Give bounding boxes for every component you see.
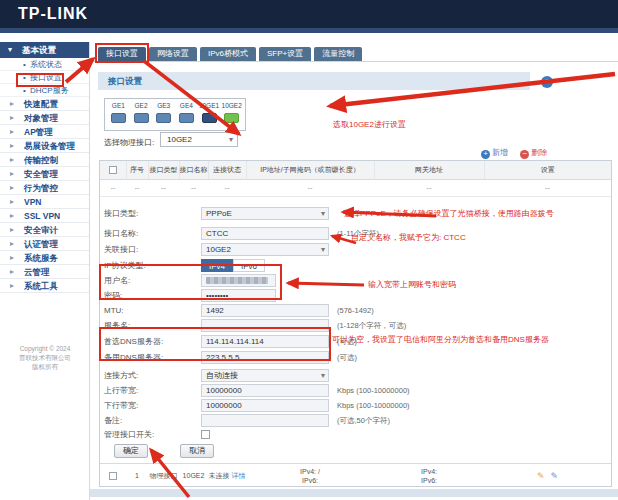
sidebar-item-easymesh[interactable]: ▸易展设备管理 xyxy=(0,139,89,153)
arrow-down-icon: ▾ xyxy=(8,42,12,58)
edit-blue-icon[interactable]: ✎ xyxy=(551,471,559,481)
cancel-button[interactable]: 取消 xyxy=(180,444,214,458)
sidebar-item-security[interactable]: ▸安全管理 xyxy=(0,167,89,181)
ok-button[interactable]: 确定 xyxy=(114,444,148,458)
arrow-right-icon: ▸ xyxy=(10,237,14,251)
row-checkbox[interactable] xyxy=(109,472,117,480)
chevron-down-icon: ▾ xyxy=(321,244,325,255)
copyright: Copyright © 2024 普联技术有限公司 版权所有 xyxy=(0,344,90,371)
sidebar-item-system-tools[interactable]: ▸系统工具 xyxy=(0,279,89,293)
delete-icon: − xyxy=(520,150,529,159)
annotation-box-sidebar xyxy=(16,73,64,87)
annotation-box-credentials xyxy=(99,264,282,300)
chevron-down-icon: ▾ xyxy=(229,133,233,146)
row-checkbox-cell xyxy=(100,464,126,488)
router-admin-page: TP-LINK ▾ 基本设置 • 系统状态 • 接口设置 • DHCP服务 ▸快… xyxy=(0,0,618,500)
sidebar-item-audit[interactable]: ▸安全审计 xyxy=(0,223,89,237)
arrow-right-icon: ▸ xyxy=(10,139,14,153)
tab-sfp-settings[interactable]: SFP+设置 xyxy=(259,47,311,61)
annotation-box-tab xyxy=(95,43,149,63)
mtu-input[interactable]: 1492 xyxy=(201,304,329,317)
tab-traffic-control[interactable]: 流量控制 xyxy=(314,47,362,61)
col-type: 接口类型 xyxy=(148,161,179,179)
tplink-logo: TP-LINK xyxy=(18,5,88,23)
form-row-downstream: 下行带宽:10000000Kbps (100-10000000) xyxy=(104,399,410,413)
footer-strip xyxy=(90,489,618,497)
arrow-right-icon: ▸ xyxy=(10,97,14,111)
sidebar-item-transmission[interactable]: ▸传输控制 xyxy=(0,153,89,167)
sidebar-item-object-mgmt[interactable]: ▸对象管理 xyxy=(0,111,89,125)
tab-divider xyxy=(90,61,618,62)
annotation-select-port: 选取10GE2进行设置 xyxy=(333,119,406,130)
top-header: TP-LINK xyxy=(0,0,618,28)
sidebar-item-behavior[interactable]: ▸行为管控 xyxy=(0,181,89,195)
port-10ge2[interactable]: 10GE2 xyxy=(220,102,243,130)
delete-button[interactable]: −删除 xyxy=(520,148,547,157)
sidebar-item-auth[interactable]: ▸认证管理 xyxy=(0,237,89,251)
linked-interface-select[interactable]: 10GE2▾ xyxy=(201,243,329,256)
sidebar-item-quick-setup[interactable]: ▸快速配置 xyxy=(0,97,89,111)
sidebar-item-ssl-vpn[interactable]: ▸SSL VPN xyxy=(0,209,89,223)
annotation-name: 自定义名称，我赋予它为: CTCC xyxy=(351,232,466,243)
sidebar-item-ap-mgmt[interactable]: ▸AP管理 xyxy=(0,125,89,139)
help-icon[interactable]: ? xyxy=(541,76,553,88)
port-icon xyxy=(179,113,194,123)
physical-interface-select[interactable]: 10GE2 ▾ xyxy=(160,132,238,147)
arrow-right-icon: ▸ xyxy=(10,195,14,209)
port-ge4[interactable]: GE4 xyxy=(175,102,198,130)
port-icon xyxy=(202,113,217,123)
sidebar-item-basic-settings[interactable]: ▾ 基本设置 xyxy=(0,42,89,58)
tab-ipv6-bridge[interactable]: IPv6桥模式 xyxy=(200,47,256,61)
remark-input[interactable] xyxy=(201,414,329,427)
physical-interface-label: 选择物理接口: xyxy=(104,137,154,148)
add-button[interactable]: +新增 xyxy=(481,148,508,157)
sidebar-item-system-status[interactable]: • 系统状态 xyxy=(0,58,89,71)
interface-name-input[interactable]: CTCC xyxy=(201,227,329,240)
interface-row-table: 1 物理接口 10GE2 未连接 详情 IPv4: /IPv6: IPv4:IP… xyxy=(100,463,611,488)
mgmt-interface-checkbox[interactable] xyxy=(201,430,210,439)
select-all-checkbox[interactable] xyxy=(109,166,117,174)
sidebar-item-cloud[interactable]: ▸云管理 xyxy=(0,265,89,279)
arrow-right-icon: ▸ xyxy=(10,223,14,237)
port-icon-selected xyxy=(224,113,239,123)
table-toolbar: +新增 −删除 xyxy=(481,147,547,159)
col-gateway: 网关地址 xyxy=(374,161,484,179)
arrow-right-icon: ▸ xyxy=(10,181,14,195)
annotation-box-dns xyxy=(99,327,331,361)
port-status-box: GE1 GE2 GE3 GE4 10GE1 10GE2 xyxy=(104,98,246,131)
upstream-bandwidth-input[interactable]: 10000000 xyxy=(201,384,329,397)
form-row-mtu: MTU:1492(576-1492) xyxy=(104,304,374,318)
sidebar-item-vpn[interactable]: ▸VPN xyxy=(0,195,89,209)
col-actions: 设置 xyxy=(484,161,611,179)
col-status: 连接状态 xyxy=(208,161,246,179)
downstream-bandwidth-input[interactable]: 10000000 xyxy=(201,399,329,412)
connect-mode-select[interactable]: 自动连接▾ xyxy=(201,369,329,382)
annotation-account: 输入宽带上网账号和密码 xyxy=(368,279,456,290)
form-row-mgmt-switch: 管理接口开关: xyxy=(104,429,210,443)
arrow-right-icon: ▸ xyxy=(10,153,14,167)
port-ge2[interactable]: GE2 xyxy=(130,102,153,130)
bullet-icon: • xyxy=(23,58,26,71)
interface-table: 序号 接口类型 接口名称 连接状态 IP地址/子网掩码（或前缀长度） 网关地址 … xyxy=(100,161,611,197)
arrow-right-icon: ▸ xyxy=(10,111,14,125)
panel-title: 接口设置 xyxy=(98,72,530,90)
header-strip xyxy=(0,28,618,33)
table-row: 1 物理接口 10GE2 未连接 详情 IPv4: /IPv6: IPv4:IP… xyxy=(100,464,611,488)
tab-network-settings[interactable]: 网络设置 xyxy=(149,47,197,61)
chevron-down-icon: ▾ xyxy=(321,208,325,219)
arrow-right-icon: ▸ xyxy=(10,251,14,265)
chevron-down-icon: ▾ xyxy=(321,370,325,381)
port-10ge1[interactable]: 10GE1 xyxy=(198,102,221,130)
detail-link[interactable]: 详情 xyxy=(231,472,245,479)
edit-icon[interactable]: ✎ xyxy=(537,471,545,481)
port-ge1[interactable]: GE1 xyxy=(107,102,130,130)
form-row-remark: 备注:(可选,50个字符) xyxy=(104,414,390,428)
arrow-right-icon: ▸ xyxy=(10,125,14,139)
annotation-pppoe: 选择PPPoE，请务必确保设置了光猫桥接，使用路由器拨号 xyxy=(344,208,554,219)
interface-type-select[interactable]: PPPoE▾ xyxy=(201,207,329,220)
form-row-interface-type: 接口类型:PPPoE▾ xyxy=(104,207,329,221)
arrow-right-icon: ▸ xyxy=(10,265,14,279)
add-icon: + xyxy=(481,150,490,159)
sidebar-item-system-services[interactable]: ▸系统服务 xyxy=(0,251,89,265)
port-ge3[interactable]: GE3 xyxy=(152,102,175,130)
